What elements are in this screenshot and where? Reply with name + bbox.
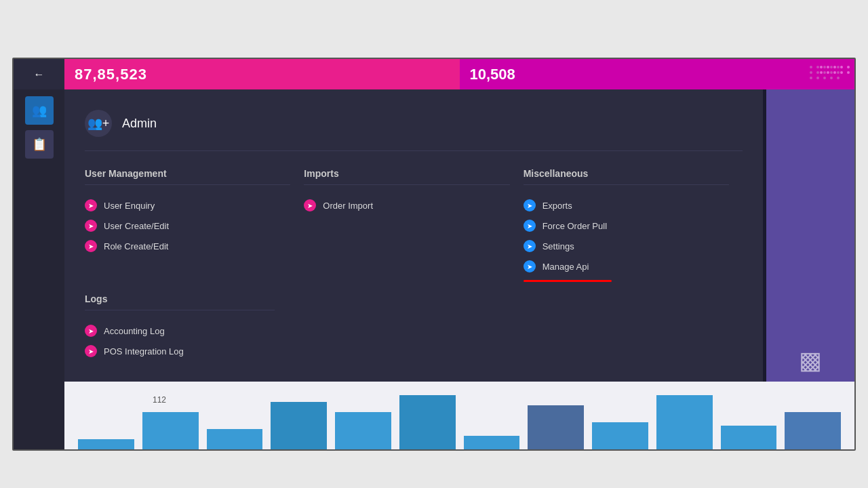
- menu-item-pos-integration-log[interactable]: ➤ POS Integration Log: [85, 341, 743, 361]
- arrow-icon-force-order: ➤: [524, 220, 536, 232]
- exports-label: Exports: [542, 201, 572, 211]
- bar-12: [785, 412, 841, 449]
- user-create-edit-label: User Create/Edit: [104, 221, 169, 231]
- arrow-icon-order-import: ➤: [304, 199, 316, 211]
- menu-item-order-import[interactable]: ➤ Order Import: [304, 195, 509, 216]
- menu-item-force-order-pull[interactable]: ➤ Force Order Pull: [524, 216, 729, 236]
- menu-item-user-create-edit[interactable]: ➤ User Create/Edit: [85, 216, 290, 236]
- bar-4: [271, 402, 327, 449]
- arrow-icon-role-create: ➤: [85, 240, 97, 252]
- sidebar-item-admin[interactable]: 👥: [25, 96, 54, 125]
- bar-2: [142, 412, 199, 449]
- reports-icon: 📋: [32, 137, 47, 152]
- stat-value-1: 87,85,523: [75, 66, 147, 83]
- bar-8: [528, 405, 584, 449]
- user-management-heading: User Management: [85, 168, 290, 185]
- logs-heading: Logs: [85, 293, 275, 310]
- sidebar-item-reports[interactable]: 📋: [25, 130, 54, 159]
- bar-7: [464, 436, 520, 449]
- menu-item-role-create-edit[interactable]: ➤ Role Create/Edit: [85, 236, 290, 256]
- dots-decoration-2: [820, 66, 851, 74]
- logs-section: Logs ➤ Accounting Log ➤ POS Integration …: [85, 293, 743, 361]
- manage-api-label: Manage Api: [542, 262, 589, 272]
- bars-container: [64, 388, 854, 449]
- bar-9: [592, 422, 648, 449]
- admin-avatar-icon: 👥+: [85, 110, 112, 137]
- order-import-label: Order Import: [323, 201, 373, 211]
- settings-label: Settings: [542, 241, 574, 251]
- miscellaneous-column: Miscellaneous ➤ Exports ➤ Force Order Pu…: [524, 168, 743, 277]
- accounting-log-label: Accounting Log: [104, 326, 165, 336]
- chart-icon: ▩: [799, 346, 822, 375]
- arrow-icon-settings: ➤: [524, 240, 536, 252]
- back-icon[interactable]: ←: [34, 68, 45, 81]
- menu-item-exports[interactable]: ➤ Exports: [524, 195, 729, 216]
- chart-inner: 112: [64, 382, 854, 449]
- bar-5: [335, 412, 391, 449]
- arrow-icon-user-create: ➤: [85, 220, 97, 232]
- bar-10: [656, 395, 713, 449]
- bar-11: [721, 426, 777, 449]
- role-create-edit-label: Role Create/Edit: [104, 241, 168, 251]
- stat-value-2: 10,508: [470, 66, 515, 83]
- back-button-area[interactable]: ←: [14, 59, 64, 89]
- stat-box-1: 87,85,523: [64, 59, 460, 89]
- admin-header: 👥+ Admin: [85, 103, 743, 151]
- right-panel: ▩: [766, 89, 854, 382]
- arrow-icon-user-enquiry: ➤: [85, 199, 97, 211]
- arrow-icon-exports: ➤: [524, 199, 536, 211]
- miscellaneous-heading: Miscellaneous: [524, 168, 729, 185]
- arrow-icon-accounting-log: ➤: [85, 325, 97, 337]
- sidebar: 👥 📋: [14, 89, 64, 449]
- user-plus-icon: 👥+: [87, 116, 110, 131]
- user-enquiry-label: User Enquiry: [104, 201, 155, 211]
- user-management-column: User Management ➤ User Enquiry ➤ User Cr…: [85, 168, 304, 277]
- arrow-icon-manage-api: ➤: [524, 260, 536, 272]
- menu-columns: User Management ➤ User Enquiry ➤ User Cr…: [85, 168, 743, 277]
- menu-item-user-enquiry[interactable]: ➤ User Enquiry: [85, 195, 290, 216]
- chart-area: 112: [64, 382, 854, 449]
- bar-3: [207, 429, 263, 449]
- force-order-pull-label: Force Order Pull: [542, 221, 607, 231]
- menu-item-accounting-log[interactable]: ➤ Accounting Log: [85, 321, 743, 341]
- pos-integration-log-label: POS Integration Log: [104, 346, 184, 357]
- bar-6: [399, 395, 456, 449]
- imports-heading: Imports: [304, 168, 509, 185]
- bar-1: [78, 439, 134, 449]
- admin-dropdown-panel: 👥+ Admin User Management ➤ User Enquiry …: [64, 89, 763, 382]
- menu-item-manage-api[interactable]: ➤ Manage Api: [524, 256, 729, 277]
- menu-item-settings[interactable]: ➤ Settings: [524, 236, 729, 256]
- arrow-icon-pos-log: ➤: [85, 345, 97, 357]
- admin-user-icon: 👥: [32, 103, 47, 118]
- imports-column: Imports ➤ Order Import: [304, 168, 523, 277]
- stat-box-2: 10,508: [460, 59, 855, 89]
- admin-menu-title: Admin: [122, 117, 157, 131]
